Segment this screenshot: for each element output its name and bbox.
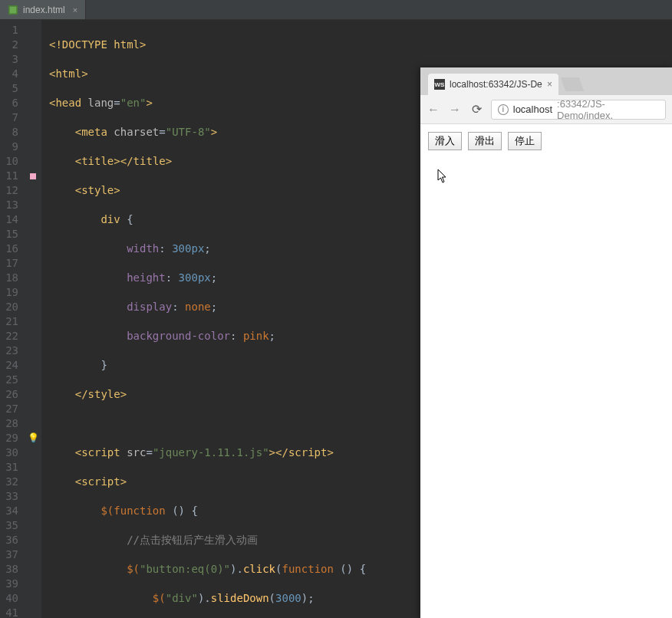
- address-bar[interactable]: i localhost:63342/JS-Demo/index.: [491, 100, 666, 120]
- back-button[interactable]: ←: [427, 103, 440, 117]
- stop-button[interactable]: 停止: [508, 132, 542, 150]
- chrome-toolbar: ← → ⟳ i localhost:63342/JS-Demo/index.: [420, 95, 672, 124]
- forward-button[interactable]: →: [448, 103, 462, 117]
- breakpoint-marker-icon[interactable]: [30, 173, 36, 179]
- marker-gutter: 💡: [25, 20, 41, 618]
- close-icon[interactable]: ×: [73, 5, 77, 15]
- chrome-tab-title: localhost:63342/JS-De: [450, 79, 542, 90]
- line-number-gutter: 1234567891011121314151617181920212223242…: [0, 20, 25, 618]
- close-icon[interactable]: ×: [547, 79, 552, 90]
- slide-in-button[interactable]: 滑入: [428, 132, 462, 150]
- ide-tab-filename: index.html: [23, 5, 65, 15]
- intention-bulb-icon[interactable]: 💡: [28, 431, 39, 445]
- new-tab-button[interactable]: [561, 77, 585, 91]
- slide-out-button[interactable]: 滑出: [468, 132, 502, 150]
- ide-tab-bar: index.html ×: [0, 0, 672, 20]
- url-path: :63342/JS-Demo/index.: [557, 98, 659, 121]
- url-host: localhost: [513, 104, 552, 115]
- chrome-tab[interactable]: WS localhost:63342/JS-De ×: [428, 74, 558, 95]
- svg-rect-1: [10, 6, 17, 13]
- html-file-icon: [8, 5, 18, 15]
- page-content: 滑入 滑出 停止: [420, 124, 672, 618]
- chrome-tab-strip: WS localhost:63342/JS-De ×: [420, 67, 672, 95]
- ide-tab-indexhtml[interactable]: index.html ×: [0, 0, 86, 19]
- webstorm-favicon-icon: WS: [434, 79, 445, 90]
- chrome-browser-window: WS localhost:63342/JS-De × ← → ⟳ i local…: [420, 67, 672, 618]
- site-info-icon[interactable]: i: [498, 104, 509, 115]
- reload-button[interactable]: ⟳: [469, 102, 483, 117]
